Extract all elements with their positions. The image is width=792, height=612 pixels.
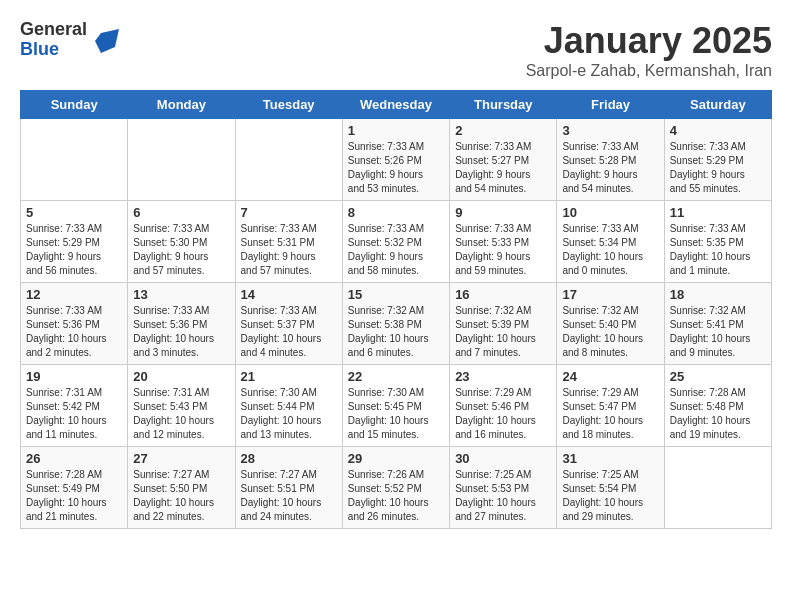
table-row: 20Sunrise: 7:31 AM Sunset: 5:43 PM Dayli… <box>128 365 235 447</box>
header-saturday: Saturday <box>664 91 771 119</box>
day-info: Sunrise: 7:32 AM Sunset: 5:41 PM Dayligh… <box>670 304 766 360</box>
day-number: 25 <box>670 369 766 384</box>
table-row: 24Sunrise: 7:29 AM Sunset: 5:47 PM Dayli… <box>557 365 664 447</box>
table-row <box>128 119 235 201</box>
day-info: Sunrise: 7:33 AM Sunset: 5:33 PM Dayligh… <box>455 222 551 278</box>
day-number: 13 <box>133 287 229 302</box>
header-sunday: Sunday <box>21 91 128 119</box>
calendar-week-row: 5Sunrise: 7:33 AM Sunset: 5:29 PM Daylig… <box>21 201 772 283</box>
day-number: 14 <box>241 287 337 302</box>
day-info: Sunrise: 7:27 AM Sunset: 5:50 PM Dayligh… <box>133 468 229 524</box>
calendar-table: Sunday Monday Tuesday Wednesday Thursday… <box>20 90 772 529</box>
table-row: 16Sunrise: 7:32 AM Sunset: 5:39 PM Dayli… <box>450 283 557 365</box>
table-row: 21Sunrise: 7:30 AM Sunset: 5:44 PM Dayli… <box>235 365 342 447</box>
day-info: Sunrise: 7:33 AM Sunset: 5:37 PM Dayligh… <box>241 304 337 360</box>
logo: General Blue <box>20 20 121 60</box>
day-info: Sunrise: 7:33 AM Sunset: 5:36 PM Dayligh… <box>26 304 122 360</box>
table-row: 8Sunrise: 7:33 AM Sunset: 5:32 PM Daylig… <box>342 201 449 283</box>
day-info: Sunrise: 7:32 AM Sunset: 5:38 PM Dayligh… <box>348 304 444 360</box>
logo-blue-text: Blue <box>20 40 87 60</box>
day-number: 31 <box>562 451 658 466</box>
day-number: 24 <box>562 369 658 384</box>
day-number: 17 <box>562 287 658 302</box>
table-row: 18Sunrise: 7:32 AM Sunset: 5:41 PM Dayli… <box>664 283 771 365</box>
title-block: January 2025 Sarpol-e Zahab, Kermanshah,… <box>526 20 772 80</box>
day-number: 5 <box>26 205 122 220</box>
day-info: Sunrise: 7:25 AM Sunset: 5:53 PM Dayligh… <box>455 468 551 524</box>
table-row: 13Sunrise: 7:33 AM Sunset: 5:36 PM Dayli… <box>128 283 235 365</box>
day-number: 11 <box>670 205 766 220</box>
table-row: 27Sunrise: 7:27 AM Sunset: 5:50 PM Dayli… <box>128 447 235 529</box>
day-info: Sunrise: 7:29 AM Sunset: 5:47 PM Dayligh… <box>562 386 658 442</box>
day-info: Sunrise: 7:29 AM Sunset: 5:46 PM Dayligh… <box>455 386 551 442</box>
day-number: 23 <box>455 369 551 384</box>
calendar-title: January 2025 <box>526 20 772 62</box>
day-number: 6 <box>133 205 229 220</box>
day-number: 3 <box>562 123 658 138</box>
svg-marker-0 <box>95 29 119 53</box>
day-number: 9 <box>455 205 551 220</box>
table-row: 28Sunrise: 7:27 AM Sunset: 5:51 PM Dayli… <box>235 447 342 529</box>
header-wednesday: Wednesday <box>342 91 449 119</box>
day-number: 12 <box>26 287 122 302</box>
day-number: 16 <box>455 287 551 302</box>
days-header-row: Sunday Monday Tuesday Wednesday Thursday… <box>21 91 772 119</box>
page-header: General Blue January 2025 Sarpol-e Zahab… <box>20 20 772 80</box>
header-friday: Friday <box>557 91 664 119</box>
day-info: Sunrise: 7:33 AM Sunset: 5:31 PM Dayligh… <box>241 222 337 278</box>
table-row: 30Sunrise: 7:25 AM Sunset: 5:53 PM Dayli… <box>450 447 557 529</box>
table-row: 25Sunrise: 7:28 AM Sunset: 5:48 PM Dayli… <box>664 365 771 447</box>
day-info: Sunrise: 7:33 AM Sunset: 5:35 PM Dayligh… <box>670 222 766 278</box>
header-monday: Monday <box>128 91 235 119</box>
day-info: Sunrise: 7:33 AM Sunset: 5:29 PM Dayligh… <box>670 140 766 196</box>
table-row: 2Sunrise: 7:33 AM Sunset: 5:27 PM Daylig… <box>450 119 557 201</box>
table-row: 22Sunrise: 7:30 AM Sunset: 5:45 PM Dayli… <box>342 365 449 447</box>
day-number: 19 <box>26 369 122 384</box>
day-info: Sunrise: 7:31 AM Sunset: 5:42 PM Dayligh… <box>26 386 122 442</box>
calendar-subtitle: Sarpol-e Zahab, Kermanshah, Iran <box>526 62 772 80</box>
day-number: 10 <box>562 205 658 220</box>
day-number: 27 <box>133 451 229 466</box>
table-row: 15Sunrise: 7:32 AM Sunset: 5:38 PM Dayli… <box>342 283 449 365</box>
header-tuesday: Tuesday <box>235 91 342 119</box>
table-row: 14Sunrise: 7:33 AM Sunset: 5:37 PM Dayli… <box>235 283 342 365</box>
table-row: 9Sunrise: 7:33 AM Sunset: 5:33 PM Daylig… <box>450 201 557 283</box>
day-number: 20 <box>133 369 229 384</box>
table-row: 5Sunrise: 7:33 AM Sunset: 5:29 PM Daylig… <box>21 201 128 283</box>
day-info: Sunrise: 7:33 AM Sunset: 5:26 PM Dayligh… <box>348 140 444 196</box>
calendar-week-row: 1Sunrise: 7:33 AM Sunset: 5:26 PM Daylig… <box>21 119 772 201</box>
table-row: 29Sunrise: 7:26 AM Sunset: 5:52 PM Dayli… <box>342 447 449 529</box>
calendar-week-row: 19Sunrise: 7:31 AM Sunset: 5:42 PM Dayli… <box>21 365 772 447</box>
table-row <box>21 119 128 201</box>
day-info: Sunrise: 7:33 AM Sunset: 5:34 PM Dayligh… <box>562 222 658 278</box>
day-number: 21 <box>241 369 337 384</box>
table-row: 3Sunrise: 7:33 AM Sunset: 5:28 PM Daylig… <box>557 119 664 201</box>
day-number: 22 <box>348 369 444 384</box>
table-row <box>664 447 771 529</box>
table-row: 4Sunrise: 7:33 AM Sunset: 5:29 PM Daylig… <box>664 119 771 201</box>
table-row: 6Sunrise: 7:33 AM Sunset: 5:30 PM Daylig… <box>128 201 235 283</box>
day-number: 7 <box>241 205 337 220</box>
day-info: Sunrise: 7:33 AM Sunset: 5:32 PM Dayligh… <box>348 222 444 278</box>
day-number: 30 <box>455 451 551 466</box>
day-info: Sunrise: 7:33 AM Sunset: 5:36 PM Dayligh… <box>133 304 229 360</box>
day-info: Sunrise: 7:33 AM Sunset: 5:28 PM Dayligh… <box>562 140 658 196</box>
table-row: 23Sunrise: 7:29 AM Sunset: 5:46 PM Dayli… <box>450 365 557 447</box>
table-row: 19Sunrise: 7:31 AM Sunset: 5:42 PM Dayli… <box>21 365 128 447</box>
day-number: 4 <box>670 123 766 138</box>
table-row: 1Sunrise: 7:33 AM Sunset: 5:26 PM Daylig… <box>342 119 449 201</box>
table-row: 12Sunrise: 7:33 AM Sunset: 5:36 PM Dayli… <box>21 283 128 365</box>
day-info: Sunrise: 7:25 AM Sunset: 5:54 PM Dayligh… <box>562 468 658 524</box>
calendar-week-row: 26Sunrise: 7:28 AM Sunset: 5:49 PM Dayli… <box>21 447 772 529</box>
day-number: 29 <box>348 451 444 466</box>
logo-general-text: General <box>20 20 87 40</box>
header-thursday: Thursday <box>450 91 557 119</box>
day-info: Sunrise: 7:27 AM Sunset: 5:51 PM Dayligh… <box>241 468 337 524</box>
table-row: 11Sunrise: 7:33 AM Sunset: 5:35 PM Dayli… <box>664 201 771 283</box>
day-number: 18 <box>670 287 766 302</box>
day-number: 8 <box>348 205 444 220</box>
day-number: 1 <box>348 123 444 138</box>
day-info: Sunrise: 7:33 AM Sunset: 5:30 PM Dayligh… <box>133 222 229 278</box>
day-info: Sunrise: 7:28 AM Sunset: 5:48 PM Dayligh… <box>670 386 766 442</box>
table-row: 26Sunrise: 7:28 AM Sunset: 5:49 PM Dayli… <box>21 447 128 529</box>
